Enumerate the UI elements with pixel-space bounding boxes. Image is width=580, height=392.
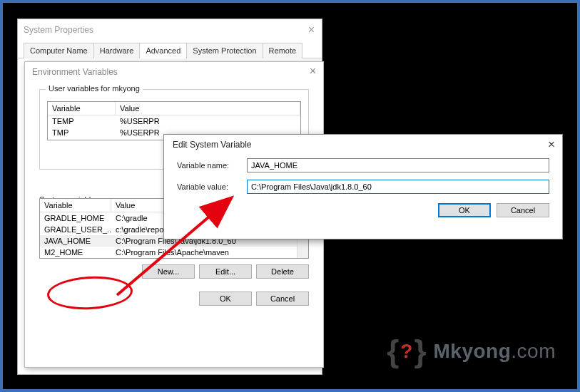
edit-button[interactable]: Edit...: [199, 264, 252, 279]
close-icon[interactable]: ×: [310, 65, 316, 78]
dialog-buttons: OK Cancel: [39, 292, 309, 306]
variable-name-label: Variable name:: [177, 161, 247, 170]
logo-brace-icon: {?}: [387, 334, 426, 369]
sysprop-titlebar: System Properties ×: [18, 19, 322, 41]
variable-name-input[interactable]: [247, 158, 549, 172]
new-button[interactable]: New...: [142, 264, 195, 279]
logo-text: Mkyong.com: [434, 340, 556, 363]
cancel-button[interactable]: Cancel: [497, 203, 549, 217]
tab-hardware[interactable]: Hardware: [93, 43, 141, 58]
envdlg-title: Environment Variables: [32, 67, 118, 77]
tab-system-protection[interactable]: System Protection: [186, 43, 263, 58]
screenshot-frame: System Properties × Computer Name Hardwa…: [0, 0, 580, 392]
editdlg-buttons: OK Cancel: [164, 197, 562, 217]
variable-value-label: Variable value:: [177, 182, 247, 191]
ok-button[interactable]: OK: [199, 292, 252, 306]
col-value: Value: [116, 102, 300, 115]
envdlg-titlebar: Environment Variables ×: [25, 62, 323, 82]
sysprop-tabs: Computer Name Hardware Advanced System P…: [18, 42, 322, 58]
cancel-button[interactable]: Cancel: [256, 292, 309, 306]
delete-button[interactable]: Delete: [256, 264, 309, 279]
tab-computer-name[interactable]: Computer Name: [24, 43, 94, 58]
editdlg-titlebar: Edit System Variable ×: [164, 135, 562, 155]
ok-button[interactable]: OK: [438, 203, 491, 217]
tab-advanced[interactable]: Advanced: [139, 43, 187, 58]
close-icon[interactable]: ×: [548, 138, 555, 152]
variable-value-input[interactable]: [247, 180, 549, 194]
col-variable: Variable: [48, 102, 116, 115]
sys-vars-buttons: New... Edit... Delete: [39, 264, 309, 279]
editdlg-title: Edit System Variable: [173, 140, 252, 150]
edit-system-variable-dialog: Edit System Variable × Variable name: Va…: [163, 134, 563, 239]
variable-name-row: Variable name:: [164, 155, 562, 176]
sysprop-title: System Properties: [24, 25, 93, 35]
list-row[interactable]: M2_HOME C:\Program Files\Apache\maven: [40, 247, 308, 258]
col-variable: Variable: [40, 199, 111, 212]
user-variables-label: User variables for mkyong: [46, 84, 143, 93]
list-row[interactable]: TEMP %USERPR: [48, 115, 300, 127]
tab-remote[interactable]: Remote: [263, 43, 303, 58]
list-header: Variable Value: [48, 102, 300, 115]
close-icon[interactable]: ×: [308, 24, 315, 36]
mkyong-logo: {?} Mkyong.com: [387, 334, 556, 369]
variable-value-row: Variable value:: [164, 176, 562, 197]
